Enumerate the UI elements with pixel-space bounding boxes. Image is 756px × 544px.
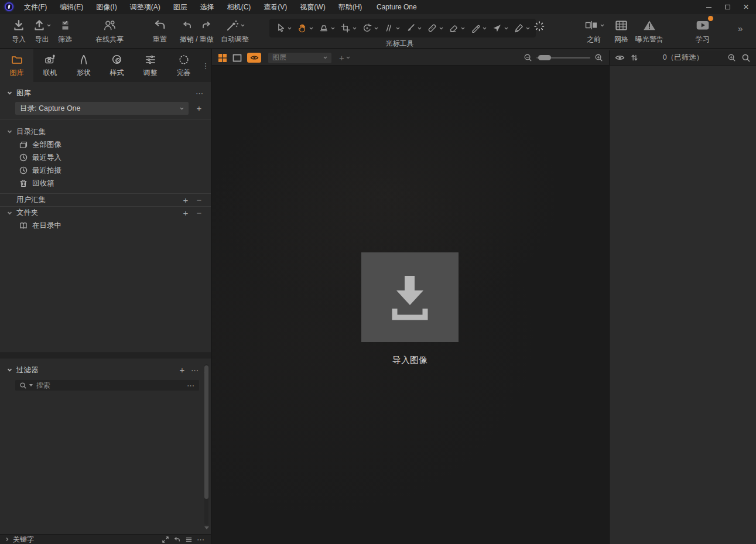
menu-view[interactable]: 查看(V) (257, 0, 293, 14)
scrollbar-track[interactable] (204, 364, 208, 525)
tab-library[interactable]: 图库 (0, 49, 33, 82)
undo-redo-buttons[interactable]: 撤销 / 重做 (176, 16, 217, 46)
menu-help[interactable]: 帮助(H) (332, 0, 369, 14)
tree-item-label: 回收箱 (32, 179, 204, 189)
keywords-bar[interactable]: 关键字 ⋯ (0, 534, 211, 544)
brush-tool-button[interactable] (405, 22, 422, 35)
online-share-button[interactable]: 在线共享 (92, 16, 127, 46)
tab-adjustments[interactable]: 调整 (134, 49, 167, 82)
before-after-button[interactable]: 之前 (577, 16, 611, 46)
rotate-tool-button[interactable] (361, 22, 379, 35)
tree-item-in-catalog[interactable]: 在目录中 (0, 219, 211, 232)
grid-view-icon[interactable] (218, 53, 227, 63)
learn-button[interactable]: 学习 (692, 16, 714, 46)
sort-icon[interactable] (630, 53, 639, 62)
export-icon (33, 19, 46, 32)
expand-panel-icon[interactable] (162, 536, 169, 543)
library-more-button[interactable]: ⋯ (196, 89, 204, 98)
catalog-collections-header[interactable]: 目录汇集 (0, 125, 211, 138)
browser-count-label: 0（已筛选） (644, 53, 722, 63)
add-folder-button[interactable]: + (181, 209, 190, 217)
close-button[interactable]: ✕ (740, 0, 752, 14)
user-collections-header[interactable]: 用户汇集 + − (0, 194, 211, 206)
import-tile[interactable] (361, 252, 459, 342)
chevron-down-icon (353, 27, 357, 30)
menu-edit[interactable]: 编辑(E) (53, 0, 90, 14)
tree-item-all-images[interactable]: 全部图像 (0, 138, 211, 151)
remove-folder-button[interactable]: − (194, 209, 204, 217)
filters-scrollbar[interactable] (204, 360, 209, 529)
filters-more-button[interactable]: ⋯ (191, 366, 199, 375)
zoom-out-icon[interactable] (524, 53, 532, 62)
loupe-tool-button[interactable] (318, 22, 336, 35)
grid-button[interactable]: 网格 (611, 16, 632, 46)
filters-panel-header[interactable]: 过滤器 + ⋯ (0, 364, 211, 377)
remove-user-collection-button[interactable]: − (194, 196, 204, 204)
tab-refine[interactable]: 完善 (167, 49, 200, 82)
preset-menu-icon[interactable] (185, 536, 193, 543)
reset-button[interactable]: 重置 (149, 16, 170, 46)
tree-item-recent-captures[interactable]: 最近拍摄 (0, 164, 211, 177)
gradient-mask-tool-button[interactable] (491, 22, 509, 35)
browser-zoom-icon[interactable] (727, 53, 736, 62)
menu-window[interactable]: 视窗(W) (293, 0, 331, 14)
select-tool-button[interactable] (275, 22, 292, 35)
menu-file[interactable]: 文件(F) (18, 0, 53, 14)
library-panel-header[interactable]: 图库 ⋯ (0, 87, 211, 100)
add-filter-button[interactable]: + (177, 366, 187, 374)
keywords-more-button[interactable]: ⋯ (197, 535, 205, 544)
import-images-button[interactable]: 导入图像 (361, 252, 459, 366)
preview-eye-icon[interactable] (615, 54, 625, 61)
menu-select[interactable]: 选择 (194, 0, 221, 14)
catalog-selector[interactable]: 目录: Capture One (15, 102, 189, 115)
heal-tool-button[interactable] (426, 22, 444, 35)
zoom-slider-thumb[interactable] (538, 55, 551, 60)
speed-edit-button[interactable] (533, 20, 546, 33)
exposure-warning-button[interactable]: 曝光警告 (632, 16, 667, 46)
tree-item-trash[interactable]: 回收箱 (0, 177, 211, 190)
folders-header[interactable]: 文件夹 + − (0, 207, 211, 219)
export-button[interactable]: 导出 (29, 16, 54, 46)
add-layer-button[interactable]: + (339, 53, 350, 63)
filter-button[interactable]: 筛选 (54, 16, 76, 46)
zoom-in-icon[interactable] (594, 53, 603, 62)
import-icon (12, 19, 25, 32)
tree-item-recent-imports[interactable]: 最近导入 (0, 151, 211, 164)
erase-tool-button[interactable] (448, 22, 466, 35)
layers-dropdown[interactable]: 图层 (268, 53, 331, 63)
add-catalog-button[interactable]: + (194, 104, 204, 112)
search-options-dropdown-icon[interactable] (29, 384, 33, 386)
menu-layers[interactable]: 图层 (167, 0, 194, 14)
minimize-button[interactable] (702, 0, 715, 14)
toolbar-overflow-button[interactable]: » (738, 23, 741, 33)
scrollbar-thumb[interactable] (204, 365, 208, 499)
viewer-mode-icon[interactable] (232, 53, 242, 63)
crop-tool-button[interactable] (340, 22, 357, 35)
clock-icon (19, 166, 28, 175)
revert-icon[interactable] (173, 536, 181, 543)
panel-divider[interactable] (0, 353, 211, 358)
zoom-slider[interactable] (536, 57, 590, 59)
scroll-down-icon[interactable] (204, 526, 209, 529)
menu-adjustments[interactable]: 调整项(A) (124, 0, 167, 14)
search-more-button[interactable]: ⋯ (187, 381, 195, 390)
auto-adjust-button[interactable]: 自动调整 (217, 16, 252, 46)
maximize-button[interactable] (721, 0, 734, 14)
straighten-tool-button[interactable] (383, 22, 401, 35)
menu-image[interactable]: 图像(I) (90, 0, 123, 14)
tab-lens[interactable]: 形状 (67, 49, 100, 82)
search-input[interactable] (36, 381, 183, 389)
proof-view-button[interactable] (247, 53, 261, 63)
pan-tool-button[interactable] (296, 22, 314, 35)
clone-tool-button[interactable] (470, 22, 487, 35)
brush-icon (405, 23, 416, 33)
draw-mask-tool-button[interactable] (513, 22, 531, 35)
tab-capture[interactable]: 联机 (33, 49, 67, 82)
add-user-collection-button[interactable]: + (181, 196, 190, 204)
menu-camera[interactable]: 相机(C) (221, 0, 258, 14)
tab-styles[interactable]: 样式 (100, 49, 134, 82)
browser-search-icon[interactable] (741, 53, 751, 63)
tabs-overflow-button[interactable]: ⋮ (200, 49, 211, 82)
chevron-down-icon (7, 130, 12, 134)
import-button[interactable]: 导入 (8, 16, 29, 46)
